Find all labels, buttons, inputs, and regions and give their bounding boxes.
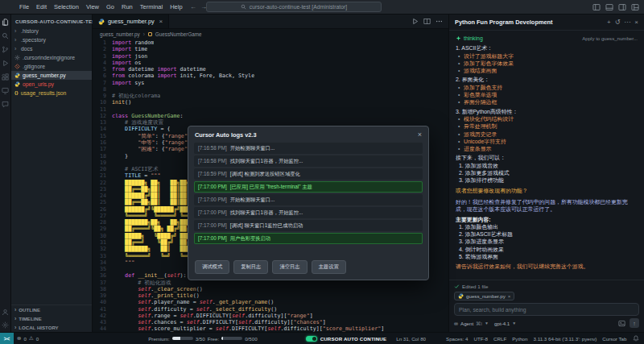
- customize-layout-icon[interactable]: [631, 3, 639, 11]
- problems-indicator[interactable]: ⊗0 ⚠0: [14, 335, 42, 342]
- section-local-history[interactable]: ›LOCAL HISTORY: [11, 323, 92, 332]
- code-line[interactable]: 43 self.chances = self.DIFFICULTY[self.d…: [93, 319, 448, 325]
- code-line[interactable]: 2import time: [93, 46, 448, 52]
- tree-item--gitignore[interactable]: .gitignore: [11, 62, 92, 71]
- status-item[interactable]: CRLF: [491, 336, 510, 342]
- run-debug-icon[interactable]: [2, 60, 9, 67]
- chat-bullet-link[interactable]: 进度条显示: [456, 145, 638, 152]
- account-icon[interactable]: [2, 309, 9, 316]
- breadcrumb-file[interactable]: guess_number.py: [100, 31, 140, 37]
- tab-guess-number-py[interactable]: guess_number.py ×: [93, 15, 169, 28]
- cursor-auto-continue-toggle[interactable]: CURSOR AUTO CONTINUE: [303, 336, 390, 342]
- tree-item-usage-results-json[interactable]: {}usage_results.json: [11, 89, 92, 97]
- tree-item-guess-number-py[interactable]: guess_number.py: [11, 71, 92, 80]
- status-item[interactable]: Python: [510, 336, 530, 342]
- usage-meter[interactable]: Premium: 3/50 Free: 0/500: [145, 336, 260, 342]
- code-line[interactable]: 9# 初始化colorama: [93, 93, 448, 99]
- extensions-icon[interactable]: [2, 73, 9, 81]
- chat-bullet-link[interactable]: 添加了颜色支持: [456, 84, 638, 91]
- menu-go[interactable]: Go: [103, 2, 118, 12]
- explorer-icon[interactable]: [2, 19, 9, 26]
- command-center-search[interactable]: cursor-auto-continue-test [Administrator…: [206, 2, 382, 12]
- more-icon[interactable]: ⋯: [624, 19, 630, 26]
- code-line[interactable]: 38 self._clear_screen(): [93, 286, 448, 292]
- modal-button[interactable]: 复制日志: [233, 260, 268, 274]
- status-item[interactable]: UTF-8: [471, 336, 491, 342]
- split-editor-icon[interactable]: [423, 18, 431, 25]
- modal-button[interactable]: 清空日志: [272, 260, 307, 274]
- status-item[interactable]: Cursor Tab: [600, 336, 630, 342]
- breadcrumb-symbol[interactable]: GuessNumberGame: [155, 31, 202, 37]
- breadcrumb[interactable]: guess_number.py › GuessNumberGame: [93, 29, 448, 39]
- menu-run[interactable]: Run: [118, 2, 136, 12]
- cursor-position[interactable]: Ln 31, Col 80: [393, 336, 429, 342]
- send-button[interactable]: ↑: [630, 318, 639, 328]
- chat-bullet-link[interactable]: 添加了彩色字体效果: [456, 60, 638, 67]
- section-outline[interactable]: ›OUTLINE: [11, 305, 92, 314]
- chat-bullet-link[interactable]: 彩色菜单选项: [456, 91, 638, 98]
- menu-file[interactable]: File: [16, 2, 32, 12]
- menu-selection[interactable]: Selection: [51, 2, 82, 12]
- code-line[interactable]: 40 self.player_name = self._get_player_n…: [93, 299, 448, 305]
- code-line[interactable]: 6from colorama import init, Fore, Back, …: [93, 73, 448, 79]
- tree-item-docs[interactable]: ›docs: [11, 44, 92, 53]
- close-icon[interactable]: ×: [634, 19, 638, 26]
- menu-terminal[interactable]: Terminal: [137, 2, 166, 12]
- menu-view[interactable]: View: [83, 2, 102, 12]
- new-chat-icon[interactable]: +: [607, 19, 611, 26]
- code-line[interactable]: 10init(): [93, 99, 448, 106]
- code-line[interactable]: 3import json: [93, 53, 448, 60]
- bell-icon[interactable]: [630, 335, 642, 342]
- tree-item-open-urls-py[interactable]: open_urls.py: [11, 80, 92, 89]
- search-icon[interactable]: [2, 32, 9, 39]
- remote-indicator[interactable]: ><: [0, 333, 14, 344]
- layout-panel-icon[interactable]: [605, 3, 613, 11]
- agent-mode-selector[interactable]: ∞ Agent ⌘I ▼: [454, 321, 489, 326]
- chat-icon[interactable]: [2, 101, 9, 108]
- modal-button[interactable]: 调试模式: [195, 260, 229, 274]
- layout-sidebar-right-icon[interactable]: [618, 3, 626, 11]
- back-arrow-icon[interactable]: ←: [190, 3, 196, 10]
- layout-sidebar-icon[interactable]: [592, 3, 601, 11]
- code-line[interactable]: 41 self.difficulty = self._select_diffic…: [93, 306, 448, 313]
- status-item[interactable]: 3.11.3 64-bit ('3.11.3': pyenv): [530, 336, 600, 342]
- tree-item--history[interactable]: ›.history: [11, 27, 92, 35]
- apply-to-file-button[interactable]: Apply to guess_number...: [582, 35, 638, 42]
- code-line[interactable]: 11: [93, 106, 448, 113]
- chat-bullet-link[interactable]: 异常处理机制: [456, 122, 638, 130]
- code-line[interactable]: 8: [93, 86, 448, 93]
- thinking-label[interactable]: thinking: [456, 35, 483, 42]
- model-selector[interactable]: gpt-4.1 ▼: [494, 321, 516, 326]
- chat-bullet-link[interactable]: 游戏结束画面: [456, 67, 638, 74]
- chip-close-icon[interactable]: ×: [508, 293, 511, 299]
- tab-close-icon[interactable]: ×: [159, 18, 163, 25]
- code-line[interactable]: 42 self.range = self.DIFFICULTY[self.dif…: [93, 313, 448, 319]
- status-item[interactable]: Spaces: 4: [444, 336, 472, 342]
- chat-bullet-link[interactable]: 界面分隔边框: [456, 98, 638, 106]
- context-chip[interactable]: guess_number.py ×: [454, 292, 514, 300]
- dialog-close-icon[interactable]: ×: [418, 131, 422, 139]
- edited-files-note[interactable]: Edited 1 file: [454, 284, 639, 289]
- chat-bullet-link[interactable]: Unicode字符支持: [456, 138, 638, 145]
- chat-bullet-link[interactable]: 模块化代码结构设计: [456, 115, 638, 122]
- modal-button[interactable]: 主题设置: [312, 260, 346, 274]
- code-line[interactable]: 39 self._print_title(): [93, 292, 448, 299]
- run-icon[interactable]: [411, 18, 419, 25]
- chat-bullet-link[interactable]: 设计了游戏标题大字: [456, 52, 638, 60]
- section-timeline[interactable]: ›TIMELINE: [11, 314, 92, 323]
- settings-gear-icon[interactable]: [2, 321, 9, 329]
- code-line[interactable]: 4import os: [93, 60, 448, 66]
- code-line[interactable]: 1import random: [93, 39, 448, 46]
- tree-item--cursorindexingignore[interactable]: .cursorindexingignore: [11, 53, 92, 62]
- chat-input[interactable]: Plan, search, build anything: [454, 303, 639, 316]
- code-line[interactable]: 44 self.score_multiplier = self.DIFFICUL…: [93, 325, 448, 332]
- history-icon[interactable]: ↺: [615, 19, 621, 26]
- code-line[interactable]: 7import sys: [93, 80, 448, 86]
- chat-bullet-link[interactable]: 游戏历史记录: [456, 131, 638, 138]
- code-line[interactable]: 12class GuessNumberGame:: [93, 113, 448, 119]
- remote-icon[interactable]: [2, 87, 9, 94]
- more-actions-icon[interactable]: [436, 18, 443, 25]
- code-line[interactable]: 5from datetime import datetime: [93, 66, 448, 73]
- menu-help[interactable]: Help: [167, 2, 185, 12]
- image-icon[interactable]: [618, 320, 625, 327]
